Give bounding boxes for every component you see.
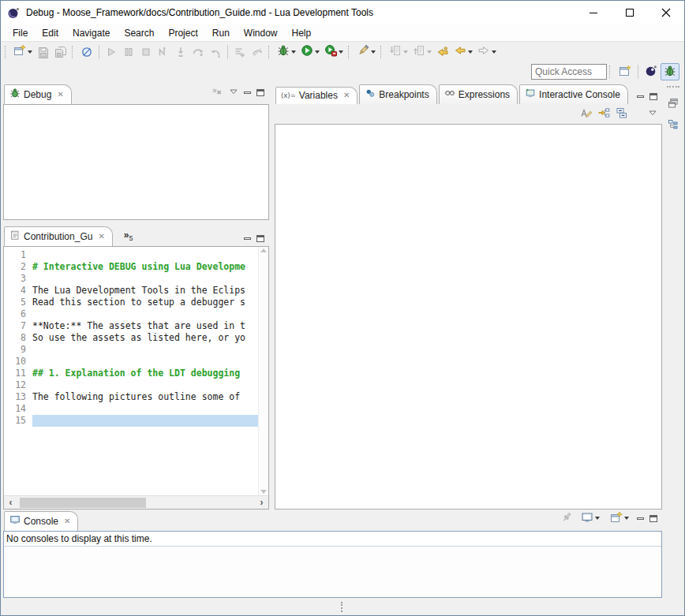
view-minimize-icon[interactable] xyxy=(244,91,251,94)
tab-breakpoints[interactable]: Breakpoints xyxy=(359,84,436,104)
code-line[interactable]: 1 xyxy=(4,249,258,261)
line-number[interactable]: 8 xyxy=(4,332,32,344)
editor-vertical-scrollbar[interactable] xyxy=(258,247,268,495)
disconnect-button[interactable] xyxy=(155,43,172,61)
console-empty-area[interactable] xyxy=(4,547,661,597)
view-minimize-icon[interactable] xyxy=(637,95,644,98)
forward-button[interactable] xyxy=(475,43,499,61)
outline-view-icon[interactable] xyxy=(667,118,679,133)
horizontal-sash[interactable] xyxy=(3,220,269,226)
scroll-right-icon[interactable]: › xyxy=(255,497,268,508)
line-number[interactable]: 12 xyxy=(4,379,32,391)
menu-file[interactable]: File xyxy=(6,26,35,40)
save-button[interactable] xyxy=(35,43,52,61)
menu-navigate[interactable]: Navigate xyxy=(66,26,117,40)
step-over-button[interactable] xyxy=(189,43,207,61)
code-line[interactable]: 10 xyxy=(4,356,258,368)
tab-debug[interactable]: Debug ✕ xyxy=(4,84,72,104)
code-line[interactable]: 2# Interactive DEBUG using Lua Developme xyxy=(4,261,258,273)
line-number[interactable]: 14 xyxy=(4,403,32,415)
code-line[interactable]: 14 xyxy=(4,403,258,415)
step-into-button[interactable] xyxy=(172,43,189,61)
view-maximize-icon[interactable] xyxy=(649,93,657,100)
terminate-button[interactable] xyxy=(137,43,155,61)
window-maximize-button[interactable] xyxy=(612,1,648,24)
tab-close-icon[interactable]: ✕ xyxy=(98,233,104,241)
line-number[interactable]: 2 xyxy=(4,261,32,273)
status-drag-handle[interactable] xyxy=(341,602,344,612)
save-all-button[interactable] xyxy=(52,43,69,61)
display-selected-console-button[interactable] xyxy=(578,510,602,527)
code-line[interactable]: 6 xyxy=(4,308,258,320)
tab-close-icon[interactable]: ✕ xyxy=(64,517,70,525)
remove-all-terminated-icon[interactable] xyxy=(211,85,223,100)
code-line[interactable]: 12 xyxy=(4,379,258,391)
line-number[interactable]: 10 xyxy=(4,356,32,368)
perspective-debug-button[interactable] xyxy=(661,63,679,80)
scroll-up-icon[interactable] xyxy=(260,248,267,252)
debug-view-content[interactable] xyxy=(3,104,269,220)
line-number[interactable]: 6 xyxy=(4,308,32,320)
code-line[interactable]: 5Read this section to setup a debugger s xyxy=(4,297,258,308)
window-minimize-button[interactable] xyxy=(575,1,612,24)
open-perspective-button[interactable] xyxy=(616,63,634,80)
use-step-filters-button[interactable] xyxy=(231,43,249,61)
code-line[interactable]: 7**Note:** The assets that are used in t xyxy=(4,320,258,332)
line-number[interactable]: 9 xyxy=(4,344,32,356)
line-number[interactable]: 7 xyxy=(4,320,32,332)
restart-button[interactable] xyxy=(249,43,266,61)
open-console-button[interactable] xyxy=(608,510,631,527)
collapse-all-icon[interactable] xyxy=(616,106,628,121)
view-menu-icon[interactable] xyxy=(648,108,657,120)
tab-console[interactable]: Console ✕ xyxy=(4,511,78,531)
more-editors-indicator[interactable]: »5 xyxy=(113,230,133,246)
editor-horizontal-scrollbar[interactable]: ‹ › xyxy=(4,495,268,509)
quick-access-input[interactable] xyxy=(531,64,607,80)
code-line[interactable]: 13The following pictures outline some of xyxy=(4,391,258,403)
code-line[interactable]: 3 xyxy=(4,273,258,285)
tab-contribution-guide[interactable]: Contribution_Gu ✕ xyxy=(4,226,113,246)
menu-help[interactable]: Help xyxy=(285,26,319,40)
view-menu-icon[interactable] xyxy=(229,87,238,99)
code-line[interactable]: 4The Lua Development Tools in the Eclips xyxy=(4,285,258,297)
code-line[interactable]: 8So use the assets as listed here, or yo xyxy=(4,332,258,344)
restore-view-icon[interactable] xyxy=(667,97,679,112)
menu-window[interactable]: Window xyxy=(237,26,285,40)
new-wizard-button[interactable] xyxy=(11,43,35,61)
menu-project[interactable]: Project xyxy=(161,26,204,40)
pin-console-icon[interactable] xyxy=(560,511,573,526)
menu-run[interactable]: Run xyxy=(205,26,237,40)
previous-annotation-button[interactable] xyxy=(410,43,434,61)
resume-button[interactable] xyxy=(103,43,120,61)
tab-expressions[interactable]: Expressions xyxy=(439,84,518,104)
line-number[interactable]: 5 xyxy=(4,297,32,308)
tab-close-icon[interactable]: ✕ xyxy=(57,91,63,99)
line-number[interactable]: 15 xyxy=(4,415,32,427)
variables-view-content[interactable] xyxy=(275,124,662,510)
window-close-button[interactable] xyxy=(648,1,684,24)
scroll-left-icon[interactable]: ‹ xyxy=(4,497,17,508)
menu-edit[interactable]: Edit xyxy=(35,26,66,40)
step-return-button[interactable] xyxy=(207,43,224,61)
next-annotation-button[interactable] xyxy=(387,43,410,61)
line-number[interactable]: 11 xyxy=(4,368,32,379)
tab-close-icon[interactable]: ✕ xyxy=(343,91,350,99)
line-number[interactable]: 4 xyxy=(4,285,32,297)
marker-pen-button[interactable] xyxy=(354,43,378,61)
code-line[interactable]: 11## 1. Explanation of the LDT debugging xyxy=(4,368,258,379)
suspend-button[interactable] xyxy=(120,43,137,61)
trim-drag-handle[interactable] xyxy=(667,86,679,89)
view-maximize-icon[interactable] xyxy=(256,89,264,96)
back-button[interactable] xyxy=(451,43,475,61)
line-number[interactable]: 13 xyxy=(4,391,32,403)
debug-button[interactable] xyxy=(275,43,298,61)
last-edit-location-button[interactable] xyxy=(434,43,451,61)
show-logical-structures-icon[interactable] xyxy=(597,106,610,121)
tab-interactive-console[interactable]: Interactive Console xyxy=(519,84,628,104)
scroll-down-icon[interactable] xyxy=(260,490,267,494)
run-button[interactable] xyxy=(298,43,322,61)
perspective-lua-button[interactable] xyxy=(642,63,661,80)
view-minimize-icon[interactable] xyxy=(637,517,644,520)
scrollbar-thumb[interactable] xyxy=(20,498,146,508)
code-editor[interactable]: 1 2# Interactive DEBUG using Lua Develop… xyxy=(4,247,258,495)
